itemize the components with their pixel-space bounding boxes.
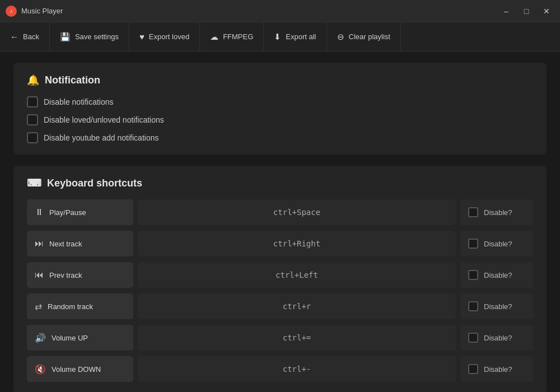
volume-down-disable-label: Disable? bbox=[484, 365, 512, 374]
toolbar: ← Back 💾 Save settings ♥ Export loved ☁ … bbox=[0, 22, 560, 52]
volume-up-disable-checkbox[interactable] bbox=[468, 333, 478, 343]
next-track-key: ctrl+Right bbox=[138, 231, 456, 256]
main-content: 🔔 Notification Disable notifications Dis… bbox=[0, 52, 560, 392]
play-pause-disable-checkbox[interactable] bbox=[468, 207, 478, 217]
volume-down-button[interactable]: 🔇 Volume DOWN bbox=[27, 356, 133, 382]
random-track-disable-checkbox[interactable] bbox=[468, 301, 478, 311]
cloud-icon: ☁ bbox=[210, 32, 218, 42]
export-all-button[interactable]: ⬇ Export all bbox=[264, 22, 326, 52]
volume-up-icon: 🔊 bbox=[35, 333, 46, 343]
play-pause-disable[interactable]: Disable? bbox=[460, 199, 533, 225]
prev-track-disable[interactable]: Disable? bbox=[460, 262, 533, 288]
title-bar: ♪ Music Player – □ ✕ bbox=[0, 0, 560, 22]
clear-playlist-button[interactable]: ⊖ Clear playlist bbox=[327, 22, 401, 52]
save-settings-label: Save settings bbox=[75, 32, 119, 41]
prev-track-label: Prev track bbox=[49, 271, 82, 279]
maximize-button[interactable]: □ bbox=[519, 5, 534, 17]
back-icon: ← bbox=[10, 32, 18, 41]
export-loved-button[interactable]: ♥ Export loved bbox=[129, 22, 200, 52]
prev-track-disable-label: Disable? bbox=[484, 271, 512, 279]
export-all-label: Export all bbox=[286, 32, 316, 41]
shuffle-icon: ⇄ bbox=[35, 301, 42, 312]
volume-down-key: ctrl+- bbox=[138, 356, 456, 382]
volume-up-disable[interactable]: Disable? bbox=[460, 325, 533, 351]
window-controls: – □ ✕ bbox=[498, 5, 554, 17]
random-track-disable[interactable]: Disable? bbox=[460, 293, 533, 319]
next-track-icon: ⏭ bbox=[35, 239, 44, 249]
prev-track-icon: ⏮ bbox=[35, 270, 44, 280]
play-pause-disable-label: Disable? bbox=[484, 208, 512, 217]
volume-down-disable[interactable]: Disable? bbox=[460, 356, 533, 382]
shortcut-row-volume-up: 🔊 Volume UP ctrl+= Disable? bbox=[27, 325, 533, 351]
next-track-button[interactable]: ⏭ Next track bbox=[27, 231, 133, 256]
keyboard-icon: ⌨ bbox=[27, 177, 41, 189]
notification-header: 🔔 Notification bbox=[27, 74, 533, 86]
disable-notifications-checkbox[interactable] bbox=[27, 96, 38, 108]
play-pause-key: ctrl+Space bbox=[138, 199, 456, 225]
volume-down-disable-checkbox[interactable] bbox=[468, 364, 478, 374]
prev-track-disable-checkbox[interactable] bbox=[468, 270, 478, 280]
play-pause-label: Play/Pause bbox=[49, 208, 86, 217]
clear-icon: ⊖ bbox=[337, 32, 344, 42]
back-label: Back bbox=[23, 32, 39, 41]
app-title: Music Player bbox=[21, 7, 498, 15]
save-icon: 💾 bbox=[60, 32, 71, 42]
disable-notifications-row: Disable notifications bbox=[27, 96, 533, 108]
disable-loved-notifications-checkbox[interactable] bbox=[27, 114, 38, 125]
shortcut-row-next-track: ⏭ Next track ctrl+Right Disable? bbox=[27, 231, 533, 256]
shortcut-row-prev-track: ⏮ Prev track ctrl+Left Disable? bbox=[27, 262, 533, 288]
disable-loved-notifications-row: Disable loved/unloved notifications bbox=[27, 114, 533, 125]
disable-youtube-notifications-checkbox[interactable] bbox=[27, 132, 38, 143]
keyboard-title: Keyboard shortcuts bbox=[47, 178, 142, 189]
bell-icon: 🔔 bbox=[27, 74, 39, 86]
disable-loved-notifications-label: Disable loved/unloved notifications bbox=[44, 115, 164, 124]
close-button[interactable]: ✕ bbox=[539, 5, 554, 17]
volume-up-label: Volume UP bbox=[52, 334, 88, 342]
keyboard-header: ⌨ Keyboard shortcuts bbox=[27, 177, 533, 189]
volume-down-icon: 🔇 bbox=[35, 364, 46, 375]
keyboard-shortcuts-section: ⌨ Keyboard shortcuts ⏸ Play/Pause ctrl+S… bbox=[13, 166, 547, 392]
heart-icon: ♥ bbox=[139, 32, 144, 41]
save-settings-button[interactable]: 💾 Save settings bbox=[50, 22, 129, 52]
back-button[interactable]: ← Back bbox=[0, 22, 50, 52]
next-track-disable[interactable]: Disable? bbox=[460, 231, 533, 256]
play-pause-icon: ⏸ bbox=[35, 207, 44, 217]
shortcut-row-play-pause: ⏸ Play/Pause ctrl+Space Disable? bbox=[27, 199, 533, 225]
notification-title: Notification bbox=[45, 74, 100, 86]
volume-up-disable-label: Disable? bbox=[484, 334, 512, 342]
prev-track-key: ctrl+Left bbox=[138, 262, 456, 288]
next-track-label: Next track bbox=[49, 240, 82, 248]
clear-playlist-label: Clear playlist bbox=[349, 32, 390, 41]
next-track-disable-label: Disable? bbox=[484, 240, 512, 248]
random-track-button[interactable]: ⇄ Random track bbox=[27, 293, 133, 319]
prev-track-button[interactable]: ⏮ Prev track bbox=[27, 262, 133, 288]
play-pause-button[interactable]: ⏸ Play/Pause bbox=[27, 199, 133, 225]
shortcut-row-volume-down: 🔇 Volume DOWN ctrl+- Disable? bbox=[27, 356, 533, 382]
ffmpeg-label: FFMPEG bbox=[223, 32, 253, 41]
volume-up-key: ctrl+= bbox=[138, 325, 456, 351]
app-icon: ♪ bbox=[6, 6, 17, 17]
notification-section: 🔔 Notification Disable notifications Dis… bbox=[13, 63, 547, 155]
ffmpeg-button[interactable]: ☁ FFMPEG bbox=[200, 22, 264, 52]
volume-down-label: Volume DOWN bbox=[52, 365, 101, 374]
next-track-disable-checkbox[interactable] bbox=[468, 239, 478, 249]
disable-youtube-notifications-row: Disable youtube add notifications bbox=[27, 132, 533, 143]
minimize-button[interactable]: – bbox=[498, 5, 514, 17]
disable-notifications-label: Disable notifications bbox=[44, 97, 114, 106]
random-track-disable-label: Disable? bbox=[484, 302, 512, 311]
volume-up-button[interactable]: 🔊 Volume UP bbox=[27, 325, 133, 351]
shortcut-row-random-track: ⇄ Random track ctrl+r Disable? bbox=[27, 293, 533, 319]
download-icon: ⬇ bbox=[274, 32, 281, 42]
export-loved-label: Export loved bbox=[149, 32, 189, 41]
random-track-label: Random track bbox=[48, 302, 93, 311]
random-track-key: ctrl+r bbox=[138, 293, 456, 319]
disable-youtube-notifications-label: Disable youtube add notifications bbox=[44, 133, 158, 142]
